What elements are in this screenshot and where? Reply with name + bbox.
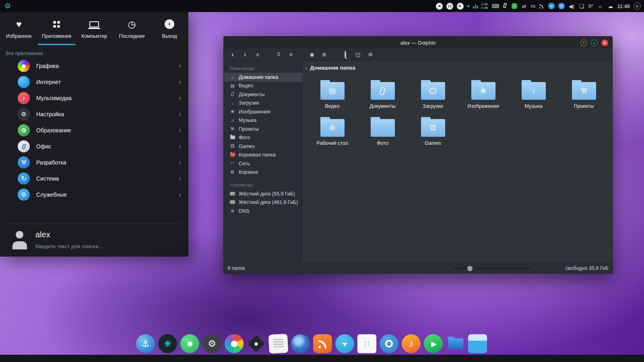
place-photos[interactable]: Фото [224,134,302,142]
place-videos[interactable]: ▤ Видео [224,82,302,90]
dock-octopus-app[interactable]: ❋ [158,334,177,353]
status-bar: 9 папок свободно 35,8 ГиБ [224,263,612,273]
place-documents[interactable]: Документы [224,90,302,99]
category-graphics[interactable]: Графика › [0,58,188,74]
show-hidden-button[interactable]: ◉ [309,51,315,58]
control-menu-button[interactable]: ⚙ [367,51,374,58]
dock-media-play-app[interactable]: ▶ [424,334,443,353]
tray-window-icon[interactable]: ❏ [578,3,585,9]
system-tray: ◀ ❙❙ ▶ ▾ 2.0K 0.0B ⌨ ✓ ⇄ ru ➤ ◷ ◀) ❏ 0° … [436,2,641,10]
category-internet[interactable]: Интернет › [0,74,188,90]
place-games[interactable]: ⚄ Games [224,142,302,151]
place-music[interactable]: ♫ Музыка [224,116,302,125]
octopus-icon: ❋ [164,339,171,349]
tab-computer[interactable]: Компьютер [75,19,113,45]
place-root[interactable]: Корневая папка [224,151,302,160]
dock-music-app[interactable]: ♪ [402,334,421,353]
dock-browser-app[interactable] [291,334,310,353]
folder-documents[interactable]: Документы [357,76,408,113]
category-education[interactable]: ✿ Образование › [0,122,188,138]
split-view-button[interactable]: ◫ [355,51,361,58]
folder-projects[interactable]: ⚒ Проекты [559,76,609,113]
folder-pictures[interactable]: ❀ Изображения [458,76,508,113]
place-pictures[interactable]: ❀ Изображения [224,107,302,116]
folder-videos[interactable]: ▤ Видео [307,76,357,113]
dock-inkscape-app[interactable] [247,334,266,353]
dock-folder-app[interactable] [446,334,465,353]
chevron-down-icon[interactable]: ▾ [467,4,470,9]
up-button[interactable]: ∧ [254,51,261,58]
forward-button[interactable]: › [242,51,248,58]
dock-telegram-app[interactable]: ➤ [335,334,354,353]
place-downloads[interactable]: ↓ Загрузки [224,99,302,108]
device-dns[interactable]: ⊕ DNS [224,207,302,216]
place-projects[interactable]: ⚒ Проекты [224,125,302,134]
zoom-slider[interactable] [453,268,531,269]
app-launcher-button[interactable]: ⚙ [3,2,12,10]
category-utilities[interactable]: ⚙ Служебные › [0,187,188,203]
net-download: 0.0B [481,6,488,10]
folder-photos[interactable]: Фото [357,113,408,150]
dock-color-wheel-app[interactable] [225,334,244,353]
user-area: alex [10,229,183,252]
clock-sync-icon[interactable]: ◷ [558,3,565,9]
network-graph-icon[interactable] [473,4,478,8]
dock-ghost-app[interactable]: ☻ [180,334,199,353]
usb-switch-icon[interactable]: ⇄ [521,3,527,9]
close-button[interactable]: ✕ [601,39,608,46]
search-input[interactable] [35,239,168,249]
paperclip-icon [18,140,30,152]
search-button[interactable] [342,51,349,58]
category-office[interactable]: Офис › [0,138,188,154]
net-upload: 2.0K [481,2,488,6]
icon-view-button[interactable]: ⠿ [275,51,282,58]
place-network[interactable]: ◠ Сеть [224,159,302,168]
category-system[interactable]: ↻ Система › [0,171,188,187]
dock-stamps-app[interactable]: ∷ [357,334,376,353]
place-trash[interactable]: ♻ Корзина [224,168,302,177]
device-disk-1[interactable]: Жёсткий диск (55,9 ГиБ) [224,189,302,198]
category-development[interactable]: ⚒ Разработка › [0,154,188,171]
layers-button[interactable]: ≣ [321,51,328,58]
dock-file-manager-app[interactable] [468,334,487,353]
dock-notes-app[interactable] [268,334,288,354]
list-view-button[interactable]: ≡ [288,51,294,58]
folder-desktop[interactable]: ⚙ Рабочий стол [307,113,357,150]
dock-settings-app[interactable]: ⚙ [202,334,221,353]
folder-games[interactable]: ⚄ Games [408,113,458,150]
keyboard-layout-indicator[interactable]: ru [531,3,535,9]
category-multimedia[interactable]: ♪ Мультимедиа › [0,90,188,106]
clock-time[interactable]: 11:46 [617,3,630,9]
telegram-tray-icon[interactable]: ➤ [548,3,555,9]
maximize-button[interactable]: ▴ [591,39,598,46]
folder-downloads[interactable]: ↓ Загрузки [408,76,458,113]
place-home[interactable]: ⌂ Домашняя папка [224,73,302,82]
panel-menu-button[interactable]: ≡ [634,2,641,10]
folder-icon [371,82,395,100]
breadcrumb[interactable]: › Домашняя папка [302,61,612,74]
zoom-slider-handle[interactable] [467,266,473,271]
keyboard-icon[interactable]: ⌨ [491,3,498,9]
media-pause-button[interactable]: ❙❙ [446,3,453,10]
tab-history[interactable]: ◷ Последние [113,19,151,45]
rss-tray-icon[interactable] [539,3,545,9]
tab-favorites[interactable]: ♥ Избранное [0,19,38,45]
media-previous-button[interactable]: ◀ [436,3,443,10]
dock-anchor-app[interactable]: ⚓ [136,334,155,353]
green-status-icon[interactable]: ✓ [512,3,517,9]
dock-rss-app[interactable] [313,334,332,353]
back-button[interactable]: ‹ [229,51,236,58]
volume-icon[interactable]: ◀) [568,3,575,9]
category-settings[interactable]: ⚙ Настройка › [0,106,188,122]
device-disk-2[interactable]: Жёсткий диск (461,9 ГиБ) [224,198,302,207]
clipboard-icon[interactable] [502,3,508,9]
dock-ring-app[interactable] [380,334,398,353]
tab-applications[interactable]: Приложения [38,19,76,45]
titlebar[interactable]: alex — Dolphin ▾ ▴ ✕ [224,37,612,49]
download-icon: ↓ [229,101,235,105]
minimize-button[interactable]: ▾ [580,39,587,46]
folder-music[interactable]: ♪ Музыка [508,76,559,113]
tab-leave[interactable]: ‹ Выход [151,19,188,45]
temperature-label[interactable]: 0° [588,3,593,9]
media-next-button[interactable]: ▶ [457,3,464,10]
